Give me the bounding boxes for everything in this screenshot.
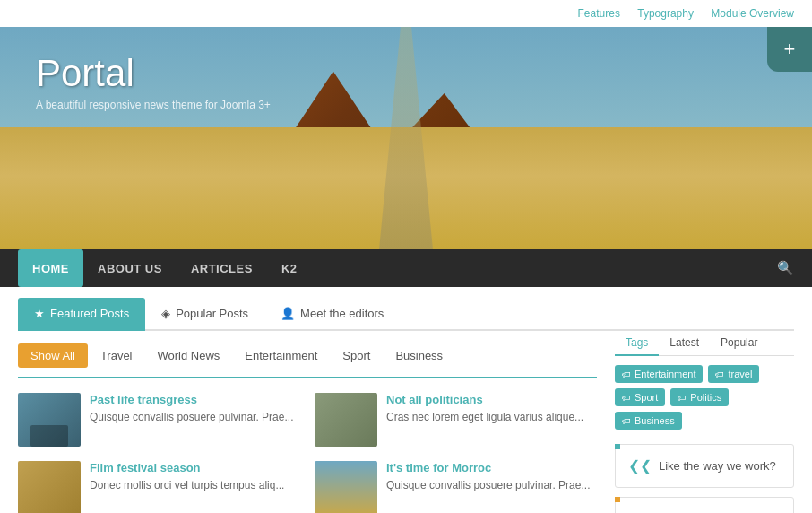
tab-editors[interactable]: 👤 Meet the editors [264, 298, 400, 331]
tag-label: Politics [690, 392, 721, 403]
tab-popular[interactable]: ◈ Popular Posts [145, 298, 264, 331]
tag-icon: 🏷 [622, 370, 631, 379]
tag-entertainment[interactable]: 🏷 Entertainment [615, 365, 703, 383]
cta-box: ❮❮ Like the way we work? [615, 444, 794, 488]
article-thumb-2 [315, 393, 377, 447]
article-info-4: It's time for Morroc Quisque convallis p… [386, 461, 590, 493]
content-wrapper: ★ Featured Posts ◈ Popular Posts 👤 Meet … [0, 287, 812, 513]
tag-icon: 🏷 [622, 393, 631, 403]
article-card-3: Film festival season Donec mollis orci v… [18, 461, 300, 513]
filter-business-button[interactable]: Business [383, 343, 455, 368]
sidebar-tab-tags[interactable]: Tags [615, 331, 659, 356]
hero-banner: Portal A beautiful responsive news theme… [0, 27, 812, 249]
article-title-1[interactable]: Past life transgress [90, 393, 293, 406]
cta-text: ❮❮ Like the way we work? [628, 457, 781, 474]
filter-travel-button[interactable]: Travel [88, 343, 145, 368]
nav-k2[interactable]: K2 [267, 249, 312, 287]
nav-about[interactable]: ABOUT US [83, 249, 177, 287]
article-card-4: It's time for Morroc Quisque convallis p… [315, 461, 597, 513]
cta-box-bottom [615, 497, 794, 513]
hero-title-block: Portal A beautiful responsive news theme… [36, 52, 271, 111]
tag-politics[interactable]: 🏷 Politics [670, 388, 729, 406]
tag-icon: 🏷 [622, 416, 631, 426]
tag-sport[interactable]: 🏷 Sport [615, 388, 665, 406]
cta-arrow-icon: ❮❮ [628, 457, 652, 474]
filter-entertainment-button[interactable]: Entertainment [232, 343, 330, 368]
filter-all-button[interactable]: Show All [18, 343, 88, 368]
tab-popular-label: Popular Posts [176, 307, 248, 320]
editors-icon: 👤 [281, 307, 295, 320]
sidebar-tab-latest[interactable]: Latest [659, 331, 710, 356]
article-excerpt-2: Cras nec lorem eget ligula varius alique… [386, 410, 583, 425]
articles-grid: Past life transgress Quisque convallis p… [18, 393, 597, 513]
site-title: Portal [36, 52, 271, 95]
tag-icon: 🏷 [678, 393, 687, 403]
tag-travel[interactable]: 🏷 travel [708, 365, 759, 383]
article-title-3[interactable]: Film festival season [90, 461, 284, 474]
article-info-2: Not all politicians Cras nec lorem eget … [386, 393, 583, 425]
tag-label: Sport [635, 392, 658, 403]
topbar: Features Typography Module Overview [0, 0, 812, 27]
typography-link[interactable]: Typography [637, 7, 694, 20]
tag-list: 🏷 Entertainment 🏷 travel 🏷 Sport 🏷 Polit… [615, 365, 794, 430]
filter-bar: Show All Travel World News Entertainment… [18, 331, 597, 378]
article-thumb-3 [18, 461, 81, 513]
nav-articles[interactable]: ARTICLES [177, 249, 267, 287]
sidebar-tab-popular[interactable]: Popular [710, 331, 768, 356]
article-excerpt-3: Donec mollis orci vel turpis tempus aliq… [90, 478, 284, 493]
nav-home[interactable]: HOME [18, 249, 83, 287]
tag-label: Business [635, 415, 675, 426]
main-layout: Show All Travel World News Entertainment… [18, 331, 794, 513]
article-excerpt-4: Quisque convallis posuere pulvinar. Prae… [386, 478, 590, 493]
hero-plus-button[interactable]: + [767, 27, 812, 72]
tag-label: travel [728, 369, 752, 379]
features-link[interactable]: Features [578, 7, 620, 20]
tag-label: Entertainment [635, 369, 695, 379]
tag-icon: 🏷 [715, 370, 724, 379]
popular-icon: ◈ [161, 307, 170, 320]
sidebar-tabs: Tags Latest Popular [615, 331, 794, 356]
left-column: Show All Travel World News Entertainment… [18, 331, 597, 513]
search-icon[interactable]: 🔍 [777, 260, 794, 276]
content-tabs: ★ Featured Posts ◈ Popular Posts 👤 Meet … [18, 287, 794, 331]
filter-sport-button[interactable]: Sport [330, 343, 383, 368]
main-navigation: HOME ABOUT US ARTICLES K2 🔍 [0, 249, 812, 287]
cta-message: Like the way we work? [659, 459, 776, 473]
tab-featured[interactable]: ★ Featured Posts [18, 298, 145, 331]
tag-business[interactable]: 🏷 Business [615, 412, 682, 430]
article-excerpt-1: Quisque convallis posuere pulvinar. Prae… [90, 410, 293, 425]
article-card-2: Not all politicians Cras nec lorem eget … [315, 393, 597, 447]
site-subtitle: A beautiful responsive news theme for Jo… [36, 99, 271, 111]
article-info-1: Past life transgress Quisque convallis p… [90, 393, 293, 425]
star-icon: ★ [34, 307, 45, 320]
article-title-4[interactable]: It's time for Morroc [386, 461, 590, 474]
article-card-1: Past life transgress Quisque convallis p… [18, 393, 300, 447]
tab-editors-label: Meet the editors [300, 307, 384, 320]
article-thumb-1 [18, 393, 81, 447]
article-title-2[interactable]: Not all politicians [386, 393, 583, 406]
module-overview-link[interactable]: Module Overview [711, 7, 794, 20]
sidebar-tags-section: Tags Latest Popular 🏷 Entertainment 🏷 tr… [615, 331, 794, 430]
article-thumb-4 [315, 461, 377, 513]
article-info-3: Film festival season Donec mollis orci v… [90, 461, 284, 493]
tab-featured-label: Featured Posts [50, 307, 129, 320]
right-sidebar: Tags Latest Popular 🏷 Entertainment 🏷 tr… [615, 331, 794, 513]
filter-worldnews-button[interactable]: World News [145, 343, 233, 368]
